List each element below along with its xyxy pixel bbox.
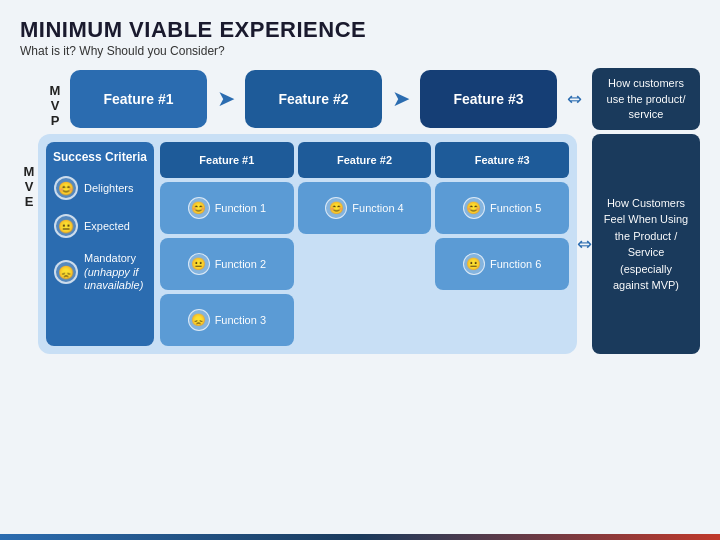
sc-title: Success Criteria xyxy=(52,150,148,164)
main-grid: Success Criteria 😊 Delighters 😐 Expected… xyxy=(38,134,577,354)
function-2-label: Function 2 xyxy=(215,258,266,270)
function-4-cell: 😊 Function 4 xyxy=(298,182,432,234)
function-2-cell: 😐 Function 2 xyxy=(160,238,294,290)
function-5-cell: 😊 Function 5 xyxy=(435,182,569,234)
sc-item-expected: 😐 Expected xyxy=(52,210,148,242)
function-5-label: Function 5 xyxy=(490,202,541,214)
feature-1-box: Feature #1 xyxy=(70,70,207,128)
func4-icon: 😊 xyxy=(325,197,347,219)
page-subtitle: What is it? Why Should you Consider? xyxy=(20,44,700,58)
page: MINIMUM VIABLE EXPERIENCE What is it? Wh… xyxy=(0,0,720,540)
right-panel-top: How customers use the product/ service xyxy=(592,68,700,130)
features-grid: Feature #1 Feature #2 Feature #3 😊 Funct… xyxy=(160,142,569,346)
success-criteria-col: Success Criteria 😊 Delighters 😐 Expected… xyxy=(46,142,154,346)
mvp-label: M V P xyxy=(46,71,64,128)
func-col-2: 😊 Function 4 xyxy=(298,182,432,346)
functions-area: 😊 Function 1 😐 Function 2 😞 Function 3 xyxy=(160,182,569,346)
function-1-label: Function 1 xyxy=(215,202,266,214)
sc-mandatory-label: Mandatory(unhappy ifunavailable) xyxy=(84,252,143,292)
func-col-3: 😊 Function 5 😐 Function 6 xyxy=(435,182,569,346)
func-col2-empty1 xyxy=(298,238,432,290)
func-col-1: 😊 Function 1 😐 Function 2 😞 Function 3 xyxy=(160,182,294,346)
feature-headers-row: Feature #1 Feature #2 Feature #3 xyxy=(160,142,569,178)
mini-feature-3: Feature #3 xyxy=(435,142,569,178)
right-panel-bottom: How Customers Feel When Using the Produc… xyxy=(592,134,700,354)
sad-icon: 😞 xyxy=(54,260,78,284)
func-col3-empty xyxy=(435,294,569,346)
sc-delighters-label: Delighters xyxy=(84,182,134,195)
func6-icon: 😐 xyxy=(463,253,485,275)
sc-expected-label: Expected xyxy=(84,220,130,233)
double-arrow-top: ⇔ xyxy=(567,88,582,110)
arrow-2: ➤ xyxy=(392,86,410,112)
func1-icon: 😊 xyxy=(188,197,210,219)
mve-label: M V E xyxy=(20,134,38,354)
function-1-cell: 😊 Function 1 xyxy=(160,182,294,234)
arrow-1: ➤ xyxy=(217,86,235,112)
function-3-cell: 😞 Function 3 xyxy=(160,294,294,346)
function-3-label: Function 3 xyxy=(215,314,266,326)
func3-icon: 😞 xyxy=(188,309,210,331)
func2-icon: 😐 xyxy=(188,253,210,275)
function-6-cell: 😐 Function 6 xyxy=(435,238,569,290)
feature-2-box: Feature #2 xyxy=(245,70,382,128)
mini-feature-1: Feature #1 xyxy=(160,142,294,178)
sc-item-mandatory: 😞 Mandatory(unhappy ifunavailable) xyxy=(52,248,148,296)
feature-3-box: Feature #3 xyxy=(420,70,557,128)
page-title: MINIMUM VIABLE EXPERIENCE xyxy=(20,18,700,42)
function-6-label: Function 6 xyxy=(490,258,541,270)
func5-icon: 😊 xyxy=(463,197,485,219)
func-col2-empty2 xyxy=(298,294,432,346)
gradient-bar xyxy=(0,534,720,540)
happy-icon: 😊 xyxy=(54,176,78,200)
mini-feature-2: Feature #2 xyxy=(298,142,432,178)
function-4-label: Function 4 xyxy=(352,202,403,214)
double-arrow-bottom: ⇔ xyxy=(577,233,592,255)
sc-item-delighters: 😊 Delighters xyxy=(52,172,148,204)
neutral-icon: 😐 xyxy=(54,214,78,238)
